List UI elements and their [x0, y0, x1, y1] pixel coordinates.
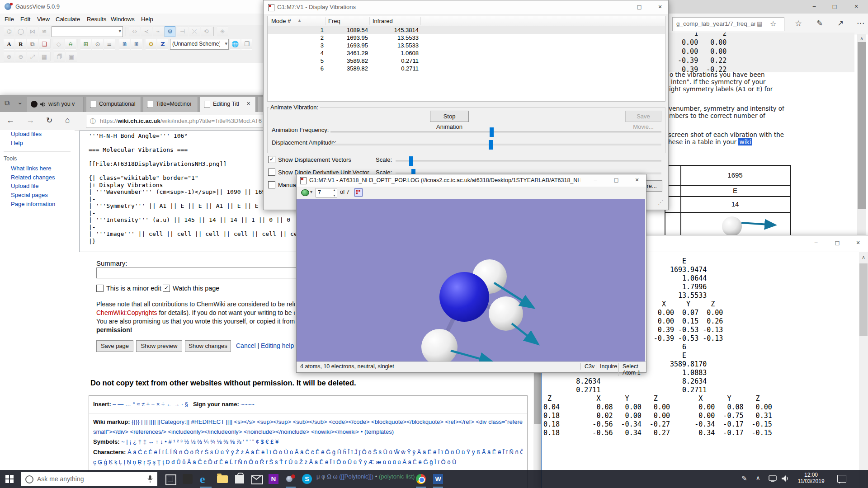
menu-windows[interactable]: Windows: [111, 16, 135, 23]
dialog-minimize-button[interactable]: ─: [613, 3, 623, 11]
toolbar-icon-ring[interactable]: ◯: [15, 26, 26, 37]
menu-view[interactable]: View: [37, 16, 50, 23]
table-row[interactable]: 3 1693.95 13.5533: [268, 42, 665, 49]
show-preview-button[interactable]: Show preview: [136, 340, 182, 352]
log-minimize-button[interactable]: ─: [811, 239, 821, 247]
col-header-mode[interactable]: Mode #: [271, 18, 291, 24]
tab-computational[interactable]: Computational: [86, 97, 141, 112]
vectors-scale-thumb[interactable]: [409, 156, 413, 166]
editing-help-link[interactable]: Editing help (: [261, 342, 298, 349]
dialog-titlebar[interactable]: G1:M7:V1 - Display Vibrations ─ □ ✕: [264, 0, 668, 14]
copyrights-link[interactable]: ChemWiki:Copyrights: [96, 309, 157, 316]
save-movie-button[interactable]: Save Movie...: [625, 111, 661, 122]
back-minimize-button[interactable]: ─: [809, 3, 819, 11]
scroll-up-icon[interactable]: ∧: [857, 36, 866, 42]
show-changes-button[interactable]: Show changes: [185, 340, 231, 352]
sidebar-item-page-information[interactable]: Page information: [11, 201, 55, 207]
displacement-amplitude-thumb[interactable]: [489, 140, 493, 150]
toolbar-icon-gear-yellow[interactable]: ⚙: [146, 39, 156, 50]
characters-items-2[interactable]: ç Ģ ģ Ķ ķ Ļ ļ Ņ ņ Ŗ ŗ Ş ş Ţ ţ Đ đ Ů ů Å …: [93, 459, 456, 465]
gaussview-taskbar-icon[interactable]: [286, 474, 296, 484]
log-maximize-button[interactable]: □: [832, 239, 842, 247]
element-combo[interactable]: ▾: [52, 26, 123, 37]
molecule-close-button[interactable]: ✕: [632, 176, 642, 184]
tab-preview-icon[interactable]: ⌄: [17, 98, 23, 106]
word-icon[interactable]: W: [433, 474, 443, 484]
toolbar-icon-link[interactable]: ⧉: [27, 39, 38, 50]
edge-icon[interactable]: e: [200, 473, 212, 484]
show-dipole-checkbox[interactable]: [268, 169, 275, 176]
file-explorer-icon[interactable]: [217, 475, 228, 483]
stop-animation-button[interactable]: Stop Animation: [430, 111, 469, 122]
molecule-titlebar[interactable]: G1:M7:V1 - AT6318_NH3_OPTF_POP.LOG (//ic…: [297, 174, 646, 187]
manual-displacement-checkbox[interactable]: [268, 181, 275, 188]
skype-icon[interactable]: S: [302, 474, 312, 484]
toolbar-icon-cascade[interactable]: ❐: [241, 39, 252, 50]
resize-grip-icon[interactable]: ⋰: [658, 199, 663, 206]
menu-edit[interactable]: Edit: [20, 16, 30, 23]
table-row[interactable]: 6 3589.82 0.2711: [268, 65, 665, 72]
watch-page-checkbox[interactable]: [163, 285, 170, 292]
more-menu-icon[interactable]: ⋯: [857, 19, 864, 28]
toolbar-icon-fit[interactable]: ⤢: [27, 52, 38, 62]
table-row[interactable]: 5 3589.82 0.2711: [268, 57, 665, 65]
vibration-grid-icon[interactable]: [354, 188, 363, 197]
toolbar-icon-pages[interactable]: 🗍: [54, 52, 65, 62]
tab-close-icon[interactable]: ✕: [246, 101, 250, 107]
reading-view-icon[interactable]: ▤: [757, 20, 762, 27]
chrome-icon[interactable]: [416, 474, 426, 484]
active-file-indicator-icon[interactable]: [301, 189, 309, 196]
toolbar-icon-text-r[interactable]: R: [15, 39, 26, 50]
symbols-items[interactable]: ~ | ¡ ¿ † ‡ ↔ ↑ ↓ • # ¹ ² ³ ½ ⅓ ⅔ ¼ ¾ ⅛ …: [121, 438, 278, 445]
spin-up-icon[interactable]: ▲: [333, 188, 336, 192]
microphone-icon[interactable]: [146, 475, 154, 483]
info-icon[interactable]: ⓘ: [90, 117, 96, 126]
sidebar-item-upload-files[interactable]: Upload files: [11, 131, 42, 137]
toolbar-icon-atom-green[interactable]: ⍾: [65, 39, 76, 50]
minor-edit-checkbox[interactable]: [96, 285, 104, 292]
toolbar-icon-grid[interactable]: ▦: [39, 52, 50, 62]
show-desktop-strip[interactable]: [865, 470, 868, 488]
molecule-maximize-button[interactable]: □: [611, 176, 621, 184]
toolbar-icon-bond[interactable]: ⋈: [27, 26, 38, 37]
vectors-scale-slider[interactable]: [396, 160, 661, 162]
tab-editing-active[interactable]: Editing Titl ✕: [200, 97, 256, 112]
annotate-pen-icon[interactable]: ✎: [816, 19, 823, 28]
characters-items-1[interactable]: Á á Ć ć É é Í í Ĺ ĺ Ń ń Ó ó Ŕ ŕ Ś ś Ú ú …: [127, 449, 523, 455]
combo-dropdown-icon[interactable]: ▾: [118, 28, 121, 34]
notification-center-icon[interactable]: [837, 475, 846, 483]
toolbar-icon-image[interactable]: ▣: [66, 52, 77, 62]
cancel-link[interactable]: Cancel: [236, 342, 256, 349]
col-header-infrared[interactable]: Infrared: [373, 18, 393, 24]
toolbar-icon-inquire[interactable]: ⇔: [129, 26, 140, 37]
spin-down-icon[interactable]: ▼: [333, 194, 336, 197]
store-icon[interactable]: [235, 475, 244, 483]
animation-frequency-slider[interactable]: [330, 131, 661, 133]
mode-spinbox[interactable]: 7 ▲ ▼: [316, 188, 337, 197]
dialog-maximize-button[interactable]: □: [634, 3, 644, 11]
toolbar-icon-list[interactable]: ≡: [104, 39, 115, 50]
volume-icon[interactable]: [781, 475, 789, 482]
toolbar-icon-doc-view[interactable]: 🗎: [119, 39, 130, 50]
scheme-combo[interactable]: (Unnamed Scheme) ▾: [170, 39, 229, 50]
start-button[interactable]: [5, 475, 14, 483]
toolbar-icon-dihedral[interactable]: ⌁: [153, 26, 164, 37]
network-icon[interactable]: [769, 475, 777, 482]
molecule-minimize-button[interactable]: ─: [590, 176, 600, 184]
sidebar-item-related-changes[interactable]: Related changes: [11, 174, 55, 181]
toolbar-icon-add-h[interactable]: ⊣: [177, 26, 188, 37]
sidebar-item-what-links-here[interactable]: What links here: [11, 165, 52, 172]
insert-symbols[interactable]: – — … ° ≈ ≠ ± − × ÷ ← → · §: [113, 401, 188, 408]
favorite-star-icon[interactable]: ☆: [770, 19, 776, 28]
back-icon[interactable]: ←: [6, 116, 14, 125]
toolbar-icon-clean[interactable]: ✳: [217, 26, 228, 37]
wikimarkup-items-2[interactable]: small"></div> <references/> <includeonly…: [93, 428, 394, 435]
forward-icon[interactable]: →: [26, 116, 34, 125]
task-view-icon[interactable]: [165, 474, 176, 485]
toolbar-icon-zoom-in[interactable]: ⊕: [4, 52, 14, 62]
sort-asc-icon[interactable]: ▲: [297, 18, 302, 23]
share-icon[interactable]: ↗: [837, 19, 844, 28]
wikimarkup-items-1[interactable]: {{}} | [] [[]] [[Category:]] #REDIRECT […: [132, 418, 523, 425]
toolbar-icon-text-a[interactable]: A: [4, 39, 14, 50]
save-page-button[interactable]: Save page: [96, 340, 133, 352]
